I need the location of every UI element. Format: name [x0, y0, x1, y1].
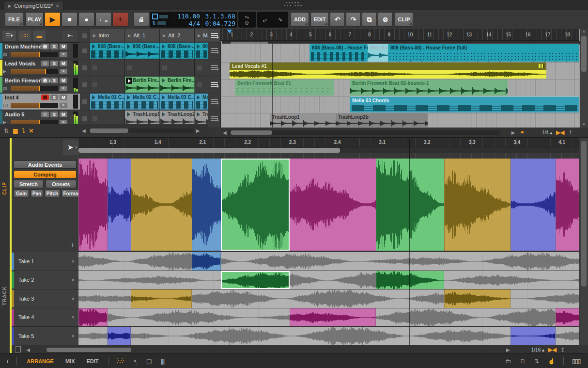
fill-button[interactable]: +	[112, 12, 128, 27]
arranger-clip[interactable]: TrashLoop1	[270, 113, 336, 127]
sub-lanes-icon[interactable]	[211, 116, 218, 122]
scene-play-icon[interactable]: ▶	[93, 33, 96, 38]
scene-alt2[interactable]: ▶Alt. 2	[160, 29, 195, 42]
clip-slot[interactable]	[90, 77, 125, 93]
stop-clip-icon[interactable]	[82, 99, 87, 104]
scroll-up-icon[interactable]: ▲	[580, 29, 588, 33]
playstart-marker[interactable]	[227, 30, 232, 33]
fade-icon[interactable]: ∿	[278, 16, 282, 23]
param-button-pan[interactable]: Pan	[31, 190, 43, 197]
arranger-clip[interactable]: 808 (Bass-08) - House Force (full)	[388, 44, 579, 62]
comp-segment-take5[interactable]	[108, 159, 131, 251]
scroll-down-icon[interactable]: ▼	[580, 122, 588, 127]
take-region[interactable]	[221, 271, 290, 289]
track-row-drum-machine[interactable]: Drum MachineSM▤≡	[0, 43, 80, 59]
grid-view-icon[interactable]: ∷∷	[18, 31, 31, 41]
take-region[interactable]	[511, 327, 556, 345]
editor-zoom-range[interactable]	[78, 147, 579, 153]
take-region[interactable]	[131, 289, 192, 308]
scene-main[interactable]: ▶Main	[195, 29, 208, 42]
comp-segment-take4[interactable]	[78, 159, 108, 251]
scroll-left-icon[interactable]: ◀	[80, 128, 88, 133]
scene-play-icon[interactable]: ▶	[198, 33, 201, 38]
arranger-vscrollbar[interactable]: ▲ ▼	[580, 29, 588, 128]
arranger-clip[interactable]: Berlin Firework Beat 02-bounce-1	[350, 80, 508, 96]
sub-scenes-icon[interactable]	[211, 33, 218, 39]
editor-snap-value[interactable]: 1/16 ▴	[531, 347, 544, 352]
mute-button[interactable]: M	[60, 61, 67, 66]
comp-segment-take5[interactable]	[511, 159, 556, 251]
play-position[interactable]: 3.1.3.68	[202, 13, 235, 20]
browser-folder-icon[interactable]: 🗀	[501, 358, 515, 365]
take-lane-1[interactable]	[78, 252, 579, 271]
take-header-3[interactable]: Take 3×	[12, 289, 78, 308]
metronome-icon[interactable]: ⎊	[245, 20, 249, 26]
arranger-hscrollbar[interactable]: ◀ ▶ ⚭ 1/4 ▴ ▶◀ ↥	[221, 128, 588, 137]
arranger-clip[interactable]: 808 (Bass-08) - House Force (	[309, 44, 368, 62]
track-menu-icon[interactable]: ≡	[60, 52, 67, 57]
comp-segment-take1[interactable]	[192, 159, 221, 251]
remote-controls-icon[interactable]: ☝	[543, 358, 559, 365]
snap-mode-icon[interactable]: ▶◀	[556, 129, 564, 136]
track-menu-icon[interactable]: ≡	[60, 103, 67, 108]
clip-slot[interactable]: Berlin Fire...	[160, 77, 195, 93]
piano-keys-icon[interactable]: ▯▯▯	[568, 358, 588, 365]
arranger-clip[interactable]: Lead Vocals #1	[230, 63, 546, 79]
clip-slot[interactable]	[195, 77, 208, 93]
pointer-tool-button[interactable]: ➤▾	[62, 31, 77, 41]
comp-segment-take2[interactable]	[221, 159, 290, 251]
redo-button[interactable]: ↷	[346, 12, 361, 27]
mode-button-stretch[interactable]: Stretch	[14, 180, 44, 188]
arranger-clip[interactable]: 808 (Bas	[368, 44, 388, 62]
inspector-page-icon[interactable]: 🗋	[515, 358, 530, 365]
zoom-fit-icon[interactable]: ↥	[560, 347, 565, 353]
stop-clip-icon[interactable]	[82, 65, 87, 70]
solo-button[interactable]: S	[50, 61, 58, 66]
comp-segment-take4[interactable]	[290, 159, 376, 251]
clip-slot[interactable]: 808 (Bass-...	[160, 43, 195, 59]
take-region[interactable]	[192, 252, 221, 271]
clip-slot[interactable]: Mella 01 C...	[90, 94, 125, 110]
automation-icon[interactable]: ⚭	[520, 129, 524, 136]
mixer-strips-icon[interactable]: |||	[156, 358, 169, 365]
mode-button-onsets[interactable]: Onsets	[46, 180, 77, 188]
solo-button[interactable]: S	[50, 44, 58, 49]
scroll-right-icon[interactable]: ▶	[194, 128, 202, 133]
comp-segment-take4[interactable]	[556, 159, 579, 251]
tab-arrange[interactable]: ARRANGE	[21, 358, 60, 364]
record-arm-button[interactable]	[41, 112, 49, 117]
play-time[interactable]: 0:04.729	[202, 20, 235, 27]
take-region[interactable]	[376, 271, 444, 289]
take-lane-3[interactable]	[78, 289, 579, 308]
add-take-button[interactable]: +	[71, 241, 75, 249]
take-lane-4[interactable]	[78, 308, 579, 327]
track-row-berlin-firework-kit[interactable]: Berlin Firework KitSM▤≡	[0, 77, 80, 93]
scroll-left-icon[interactable]: ◀	[221, 130, 229, 135]
record-button[interactable]: ●	[78, 12, 94, 27]
add-button[interactable]: ADD	[291, 12, 309, 27]
take-header-5[interactable]: Take 5×	[12, 327, 78, 346]
comp-area[interactable]	[78, 159, 579, 251]
track-menu-icon[interactable]: ≡	[60, 86, 67, 91]
arranger-clip[interactable]: Berlin Firework Beat 01	[235, 80, 334, 96]
clear-icon[interactable]: ✕	[29, 128, 33, 134]
clip-slot[interactable]: Mella 02 C...	[125, 94, 160, 110]
solo-button[interactable]: S	[50, 95, 58, 100]
delete-button[interactable]: ⊗	[378, 12, 393, 27]
param-button-gain[interactable]: Gain	[14, 190, 29, 197]
clip-slot[interactable]: 808 (Bass-...	[125, 43, 160, 59]
clip-slot[interactable]: 808 (Bass-...	[90, 43, 125, 59]
dual-panel-icon[interactable]: ▢	[142, 357, 156, 365]
take-region[interactable]	[290, 308, 376, 327]
take-header-4[interactable]: Take 4×	[12, 308, 78, 327]
stop-all-icon[interactable]	[82, 33, 87, 38]
sub-lanes-icon[interactable]	[211, 48, 218, 54]
scroll-right-icon[interactable]: ▶	[510, 130, 517, 135]
tab-mix[interactable]: MIX	[60, 358, 81, 364]
undo-button[interactable]: ↶	[330, 12, 345, 27]
record-arm-button[interactable]	[41, 44, 49, 49]
scene-play-icon[interactable]: ▶	[128, 33, 131, 38]
resize-tracks-icon[interactable]: ⇅	[4, 128, 9, 134]
scene-intro[interactable]: ▶Intro	[90, 29, 125, 42]
clip-slot[interactable]	[125, 60, 160, 76]
